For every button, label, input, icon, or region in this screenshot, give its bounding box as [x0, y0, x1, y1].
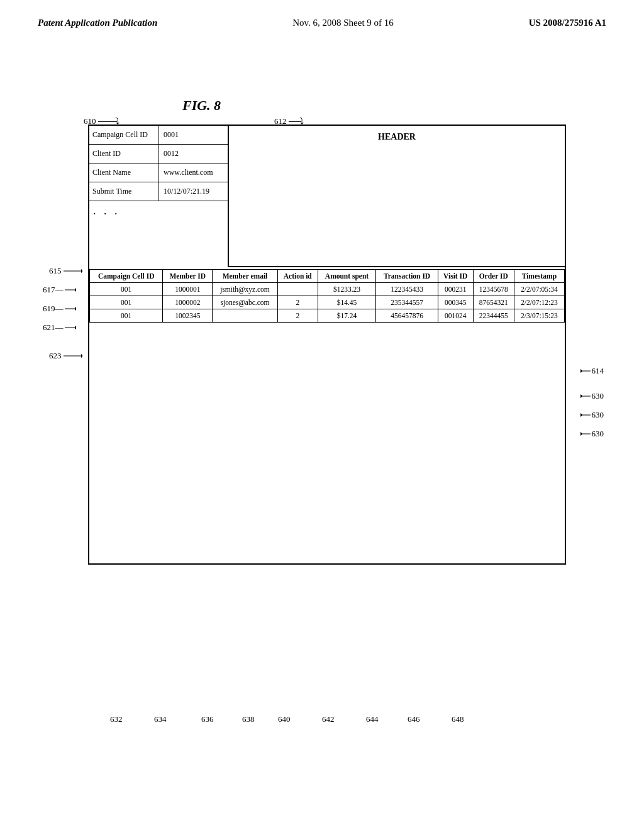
svg-marker-3 — [75, 288, 76, 292]
data-table: Campaign Cell ID Member ID Member email … — [89, 269, 565, 323]
data-table-container: Campaign Cell ID Member ID Member email … — [89, 269, 565, 563]
col-amount-spent: Amount spent — [318, 270, 376, 283]
table-cell: $1233.23 — [318, 283, 376, 296]
table-cell: sjones@abc.com — [213, 296, 278, 309]
label-614-group: 614 — [579, 366, 604, 376]
table-cell: $17.24 — [318, 309, 376, 323]
left-panel: Campaign Cell ID 0001 Client ID 0012 Cli… — [89, 126, 228, 267]
dots-separator: . . . — [89, 201, 228, 218]
table-cell: 456457876 — [376, 309, 438, 323]
svg-marker-7 — [75, 326, 76, 329]
table-cell: 12345678 — [473, 283, 514, 296]
label-623-group: 623 — [49, 351, 82, 361]
table-cell: 000231 — [438, 283, 473, 296]
label-632: 632 — [110, 714, 123, 724]
table-cell: 001 — [90, 283, 163, 296]
table-cell: 2 — [277, 309, 318, 323]
col-order-id: Order ID — [473, 270, 514, 283]
header-section-label: HEADER — [378, 132, 416, 142]
label-636: 636 — [201, 714, 214, 724]
label-619-group: 619— — [43, 304, 76, 314]
campaign-cell-id-value: 0001 — [158, 126, 228, 144]
col-member-email: Member email — [213, 270, 278, 283]
table-cell: 001024 — [438, 309, 473, 323]
row-client-name: Client Name www.client.com — [89, 163, 228, 182]
client-id-value: 0012 — [158, 145, 228, 163]
table-cell: 001 — [90, 296, 163, 309]
table-row: 0011000002sjones@abc.com2$14.45235344557… — [90, 296, 565, 309]
client-name-label: Client Name — [89, 163, 158, 182]
col-campaign-cell-id: Campaign Cell ID — [90, 270, 163, 283]
label-630a-group: 630 — [579, 391, 604, 401]
table-cell: 001 — [90, 309, 163, 323]
main-diagram-box: Campaign Cell ID 0001 Client ID 0012 Cli… — [88, 124, 566, 565]
label-644: 644 — [366, 714, 379, 724]
table-cell: 2/3/07:15:23 — [514, 309, 564, 323]
table-cell: $14.45 — [318, 296, 376, 309]
table-cell: 235344557 — [376, 296, 438, 309]
label-615-group: 615 — [49, 266, 82, 276]
col-transaction-id: Transaction ID — [376, 270, 438, 283]
svg-marker-1 — [81, 269, 82, 273]
page-header: Patent Application Publication Nov. 6, 2… — [0, 0, 644, 28]
header-section: HEADER — [228, 126, 565, 267]
label-640: 640 — [278, 714, 291, 724]
publication-label: Patent Application Publication — [38, 18, 157, 28]
label-642: 642 — [322, 714, 335, 724]
campaign-cell-id-label: Campaign Cell ID — [89, 126, 158, 144]
label-648: 648 — [452, 714, 464, 724]
svg-marker-16 — [580, 432, 583, 436]
table-row: 0011000001jsmith@xyz.com$1233.2312234543… — [90, 283, 565, 296]
table-cell — [213, 309, 278, 323]
label-621-group: 621— — [43, 323, 76, 333]
label-630c-group: 630 — [579, 429, 604, 439]
svg-marker-9 — [81, 354, 82, 358]
row-campaign-cell-id: Campaign Cell ID 0001 — [89, 126, 228, 145]
table-row: 00110023452$17.2445645787600102422344455… — [90, 309, 565, 323]
row-client-id: Client ID 0012 — [89, 145, 228, 163]
table-cell: 1000002 — [163, 296, 213, 309]
svg-marker-5 — [75, 307, 76, 311]
client-id-label: Client ID — [89, 145, 158, 163]
label-617-group: 617— — [43, 285, 76, 295]
date-sheet-label: Nov. 6, 2008 Sheet 9 of 16 — [292, 18, 394, 28]
diagram-area: 610 ⤵ 612 ⤵ Campaign Cell ID 0001 Client… — [38, 82, 604, 805]
table-cell: 87654321 — [473, 296, 514, 309]
table-cell: 1000001 — [163, 283, 213, 296]
table-cell: 2/2/07:12:23 — [514, 296, 564, 309]
table-cell: 000345 — [438, 296, 473, 309]
label-646: 646 — [408, 714, 420, 724]
svg-marker-12 — [580, 394, 583, 398]
svg-marker-14 — [580, 413, 583, 417]
table-cell: 22344455 — [473, 309, 514, 323]
submit-time-value: 10/12/07:21.19 — [158, 182, 228, 201]
client-name-value: www.client.com — [158, 163, 228, 182]
col-timestamp: Timestamp — [514, 270, 564, 283]
submit-time-label: Submit Time — [89, 182, 158, 201]
col-member-id: Member ID — [163, 270, 213, 283]
table-cell: 122345433 — [376, 283, 438, 296]
table-cell: 1002345 — [163, 309, 213, 323]
label-638: 638 — [242, 714, 255, 724]
col-action-id: Action id — [277, 270, 318, 283]
table-cell: jsmith@xyz.com — [213, 283, 278, 296]
label-634: 634 — [154, 714, 167, 724]
table-cell: 2 — [277, 296, 318, 309]
svg-marker-10 — [580, 369, 583, 373]
patent-number-label: US 2008/275916 A1 — [529, 18, 606, 28]
label-630b-group: 630 — [579, 410, 604, 420]
table-cell — [277, 283, 318, 296]
row-submit-time: Submit Time 10/12/07:21.19 — [89, 182, 228, 201]
table-header-row: Campaign Cell ID Member ID Member email … — [90, 270, 565, 283]
table-cell: 2/2/07:05:34 — [514, 283, 564, 296]
col-visit-id: Visit ID — [438, 270, 473, 283]
